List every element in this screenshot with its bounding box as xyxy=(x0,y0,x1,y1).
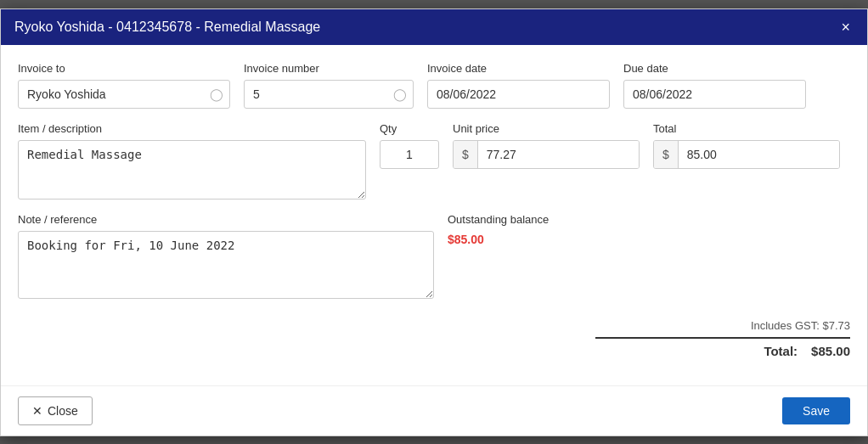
invoice-details-row: Invoice to ◯ Invoice number ◯ Invoice da… xyxy=(18,62,850,109)
outstanding-label: Outstanding balance xyxy=(448,213,850,226)
invoice-date-label: Invoice date xyxy=(427,62,610,75)
note-outstanding-row: Note / reference Booking for Fri, 10 Jun… xyxy=(18,213,850,299)
total-group: Total $ xyxy=(653,122,840,200)
invoice-to-input-wrapper: ◯ xyxy=(18,80,230,109)
due-date-input[interactable] xyxy=(623,80,806,109)
invoice-number-clear-icon[interactable]: ◯ xyxy=(393,87,407,101)
invoice-to-group: Invoice to ◯ xyxy=(18,62,230,109)
qty-group: Qty xyxy=(380,122,439,200)
invoice-to-label: Invoice to xyxy=(18,62,230,75)
gst-line: Includes GST: $7.73 xyxy=(751,319,850,332)
modal-footer: ✕ Close Save xyxy=(1,385,867,436)
gst-label: Includes GST: xyxy=(751,319,820,332)
qty-label: Qty xyxy=(380,122,439,135)
total-input[interactable] xyxy=(679,141,839,168)
invoice-date-group: Invoice date xyxy=(427,62,610,109)
invoice-to-clear-icon[interactable]: ◯ xyxy=(210,87,223,101)
total-input-wrapper: $ xyxy=(653,140,840,169)
unit-price-symbol: $ xyxy=(454,141,478,168)
unit-price-input[interactable] xyxy=(478,141,639,168)
totals-section: Includes GST: $7.73 Total: $85.00 xyxy=(18,312,850,358)
modal-title: Ryoko Yoshida - 0412345678 - Remedial Ma… xyxy=(14,20,320,35)
total-row-value: $85.00 xyxy=(811,344,850,358)
description-group: Item / description Remedial Massage xyxy=(18,122,366,200)
invoice-number-group: Invoice number ◯ xyxy=(244,62,414,109)
unit-price-group: Unit price $ xyxy=(453,122,640,200)
total-line: Total: $85.00 xyxy=(595,337,850,358)
unit-price-label: Unit price xyxy=(453,122,640,135)
total-label: Total xyxy=(653,122,840,135)
outstanding-amount: $85.00 xyxy=(448,233,850,246)
close-button-label: Close xyxy=(48,404,78,418)
due-date-label: Due date xyxy=(623,62,806,75)
qty-input[interactable] xyxy=(380,140,439,169)
note-group: Note / reference Booking for Fri, 10 Jun… xyxy=(18,213,434,299)
gst-value: $7.73 xyxy=(822,319,850,332)
save-button[interactable]: Save xyxy=(782,397,850,424)
description-textarea[interactable]: Remedial Massage xyxy=(18,140,366,200)
modal-header: Ryoko Yoshida - 0412345678 - Remedial Ma… xyxy=(1,9,867,45)
invoice-number-label: Invoice number xyxy=(244,62,414,75)
note-textarea[interactable]: Booking for Fri, 10 June 2022 xyxy=(18,231,434,299)
total-row-label: Total: xyxy=(764,344,798,358)
unit-price-input-wrapper: $ xyxy=(453,140,640,169)
invoice-number-input-wrapper: ◯ xyxy=(244,80,414,109)
total-symbol: $ xyxy=(654,141,679,168)
description-label: Item / description xyxy=(18,122,366,135)
close-button-icon: ✕ xyxy=(32,404,42,418)
modal-body: Invoice to ◯ Invoice number ◯ Invoice da… xyxy=(1,45,867,385)
close-button[interactable]: ✕ Close xyxy=(18,396,93,425)
note-label: Note / reference xyxy=(18,213,434,226)
due-date-group: Due date xyxy=(623,62,806,109)
outstanding-group: Outstanding balance $85.00 xyxy=(448,213,850,299)
invoice-date-input[interactable] xyxy=(427,80,610,109)
modal-close-icon-button[interactable]: × xyxy=(837,20,854,35)
invoice-number-input[interactable] xyxy=(244,80,414,109)
invoice-to-input[interactable] xyxy=(18,80,230,109)
invoice-modal: Ryoko Yoshida - 0412345678 - Remedial Ma… xyxy=(0,8,868,436)
item-row: Item / description Remedial Massage Qty … xyxy=(18,122,850,200)
